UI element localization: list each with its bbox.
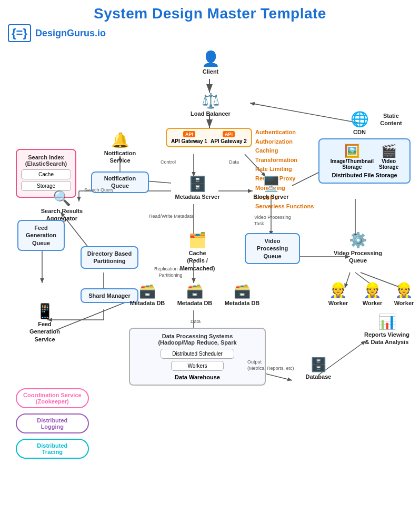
coordination-area: Coordination Service(Zookeeper) Distribu…	[16, 388, 89, 459]
worker2-icon: 👷	[363, 283, 382, 298]
api-badge2: API	[223, 131, 235, 137]
load-balancer-node: ⚖️ Load Balancer	[182, 94, 239, 117]
logo-area: {=} DesignGurus.io	[8, 24, 412, 42]
data-arrow-label: Data	[191, 319, 201, 324]
metadata-db3-icon: 🗃️	[234, 283, 251, 299]
dist-logging-box: DistributedLogging	[16, 413, 89, 433]
feed-gen-service-label: Feed GenerationService	[24, 320, 66, 343]
cdn-label: CDN	[353, 128, 366, 136]
feed-gen-queue-label: Feed GenerationQueue	[22, 224, 61, 247]
metadata-db1-node: 🗃️ Metadata DB	[129, 283, 166, 307]
video-queue2-node: ⚙️ Video ProcessingQueue	[332, 233, 384, 265]
api-gw2-label: API Gateway 2	[211, 138, 247, 144]
data-processing-label: Data Processing Systems(Hadoop/Map Reduc…	[134, 333, 261, 346]
video-queue1-node: Video ProcessingQueue	[245, 233, 300, 264]
search-query-label: Search Query	[84, 187, 114, 193]
metadata-server-node: 🗄️ Metadata Server	[174, 177, 221, 200]
rw-metadata-label: Read/Write Metadata	[149, 214, 194, 219]
api-gateways-box: API API Gateway 1 API API Gateway 2	[166, 128, 252, 147]
api-badge1: API	[183, 131, 195, 137]
reports-node: 📊 Reports Viewing& Data Analysis	[361, 315, 413, 346]
metadata-server-icon: 🗄️	[188, 177, 207, 191]
dfs-label: Distributed File Storage	[324, 172, 405, 178]
worker3-icon: 👷	[395, 283, 413, 298]
database-node: 🗄️ Database	[300, 357, 337, 380]
video-queue2-label: Video ProcessingQueue	[334, 249, 382, 265]
worker1-node: 👷 Worker	[324, 283, 353, 307]
feed-gen-service-icon: 📱	[36, 304, 54, 319]
block-server-icon: 🖥️	[262, 177, 281, 191]
data-warehouse-box: Data Processing Systems(Hadoop/Map Reduc…	[129, 328, 266, 386]
search-index-label: Search Index(ElasticSearch)	[21, 154, 71, 167]
logo-icon: {=}	[8, 24, 31, 42]
metadata-db1-label: Metadata DB	[130, 299, 165, 307]
video-task-label: Video ProcessingTask	[254, 215, 291, 227]
dfs-box: 🖼️ Image/ThumbnailStorage 🎬 VideoStorage…	[318, 138, 411, 184]
metadata-db2-label: Metadata DB	[177, 299, 213, 307]
block-server-label: Block Server	[253, 193, 288, 200]
database-icon: 🗄️	[310, 357, 327, 373]
distributed-scheduler-box: Distributed Scheduler	[161, 349, 234, 359]
svg-line-19	[55, 299, 134, 330]
page: System Design Master Template {=} Design…	[0, 0, 420, 525]
search-results-node: 🔍 Search ResultsAggregator	[37, 191, 87, 223]
data-label: Data	[229, 159, 239, 165]
coordination-box: Coordination Service(Zookeeper)	[16, 388, 89, 408]
metadata-db1-icon: 🗃️	[139, 283, 156, 299]
cdn-icon: 🌐	[351, 112, 369, 127]
image-storage-label: Image/ThumbnailStorage	[331, 158, 374, 170]
dist-tracing-box: DistributedTracing	[16, 439, 89, 459]
notification-service-node: 🔔 Notification Service	[96, 133, 144, 165]
client-icon: 👤	[202, 52, 220, 66]
control-label: Control	[161, 159, 176, 165]
worker1-icon: 👷	[329, 283, 347, 298]
client-label: Client	[203, 68, 219, 75]
metadata-db2-icon: 🗃️	[186, 283, 203, 299]
video-storage-label: VideoStorage	[379, 158, 398, 170]
api-gateways-container: API API Gateway 1 API API Gateway 2	[166, 128, 252, 147]
video-storage-icon: 🎬	[379, 144, 398, 158]
data-warehouse-label: Data Warehouse	[134, 374, 261, 380]
notification-service-label: Notification Service	[96, 149, 144, 165]
load-balancer-label: Load Balancer	[191, 110, 231, 117]
database-label: Database	[306, 373, 332, 380]
static-content-label: StaticContent	[380, 112, 402, 127]
search-results-icon: 🔍	[53, 191, 71, 206]
api-gateway1: API API Gateway 1	[171, 131, 207, 144]
worker3-label: Worker	[394, 299, 414, 307]
reports-label: Reports Viewing& Data Analysis	[364, 331, 409, 346]
cache-redis-icon: 🗂️	[188, 233, 207, 248]
video-queue2-icon: ⚙️	[349, 233, 367, 248]
load-balancer-icon: ⚖️	[202, 94, 220, 108]
output-label: Output(Metrics, Reports, etc)	[247, 359, 294, 371]
page-title: System Design Master Template	[8, 5, 412, 22]
diagram: 👤 Client ⚖️ Load Balancer 🌐 CDN StaticCo…	[8, 46, 412, 525]
worker1-label: Worker	[328, 299, 348, 307]
static-content-node: StaticContent	[375, 112, 407, 127]
metadata-db3-label: Metadata DB	[225, 299, 260, 307]
metadata-db2-node: 🗃️ Metadata DB	[176, 283, 213, 307]
worker2-label: Worker	[363, 299, 383, 307]
api-gw1-label: API Gateway 1	[171, 138, 207, 144]
replication-label: Replication andPartitioning	[154, 266, 187, 278]
cache-box: Cache	[21, 169, 71, 179]
feed-gen-service-node: 📱 Feed GenerationService	[24, 304, 66, 343]
metadata-server-label: Metadata Server	[175, 193, 220, 200]
workers-inner-box: Workers	[171, 361, 224, 371]
image-storage-icon: 🖼️	[331, 144, 374, 158]
directory-partitioning-label: Directory Based Partitioning	[84, 250, 135, 265]
worker2-node: 👷 Worker	[358, 283, 387, 307]
block-server-node: 🖥️ Block Server	[247, 177, 295, 200]
feed-gen-queue-node: Feed GenerationQueue	[17, 220, 65, 251]
video-queue1-label: Video ProcessingQueue	[249, 237, 296, 260]
shard-manager-label: Shard Manager	[88, 292, 130, 299]
metadata-db3-node: 🗃️ Metadata DB	[224, 283, 261, 307]
cdn-node: 🌐 CDN	[338, 112, 381, 136]
worker3-node: 👷 Worker	[389, 283, 418, 307]
api-gateway2: API API Gateway 2	[211, 131, 247, 144]
notification-service-icon: 🔔	[111, 133, 129, 148]
reports-icon: 📊	[378, 315, 396, 329]
logo-text: DesignGurus.io	[35, 28, 106, 39]
directory-partitioning-node: Directory Based Partitioning	[81, 246, 138, 269]
client-node: 👤 Client	[192, 52, 229, 75]
